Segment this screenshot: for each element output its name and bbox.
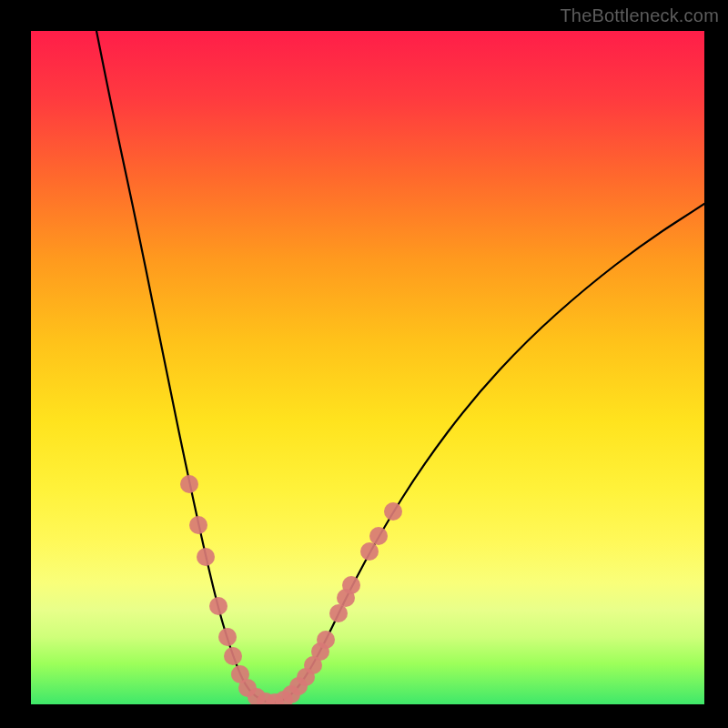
svg-point-22 xyxy=(369,527,388,545)
svg-point-3 xyxy=(209,597,228,615)
svg-point-23 xyxy=(384,502,402,521)
svg-point-0 xyxy=(180,475,198,493)
curve-layer xyxy=(31,31,704,704)
svg-point-4 xyxy=(218,628,237,646)
svg-point-18 xyxy=(329,604,348,622)
plot-area xyxy=(31,31,704,704)
svg-point-21 xyxy=(360,542,379,561)
bottleneck-curve xyxy=(93,31,704,703)
svg-point-20 xyxy=(342,576,360,594)
watermark: TheBottleneck.com xyxy=(560,5,719,26)
svg-point-17 xyxy=(317,631,335,649)
chart-frame: TheBottleneck.com xyxy=(0,0,728,728)
svg-point-2 xyxy=(197,548,215,566)
svg-point-1 xyxy=(189,516,207,534)
svg-point-5 xyxy=(224,647,242,665)
